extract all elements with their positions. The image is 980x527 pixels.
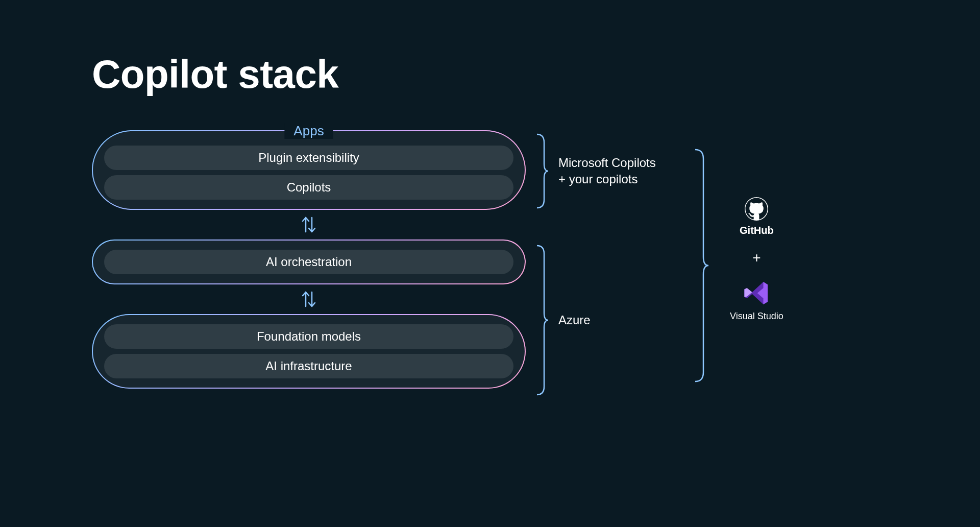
pill-ai-orchestration: AI orchestration	[104, 250, 513, 274]
bracket-copilots-label: Microsoft Copilots + your copilots	[558, 155, 656, 188]
stack-column: Apps Plugin extensibility Copilots AI or…	[92, 130, 526, 389]
bidirectional-arrow-icon	[92, 284, 526, 314]
bracket-icon	[694, 146, 709, 386]
pill-plugin-extensibility: Plugin extensibility	[104, 146, 513, 170]
bidirectional-arrow-icon	[92, 210, 526, 239]
bracket-azure: Azure	[536, 242, 591, 399]
bracket-azure-label: Azure	[558, 312, 591, 328]
plus-symbol: +	[752, 250, 761, 266]
pill-ai-infrastructure: AI infrastructure	[104, 354, 513, 378]
orchestration-block: AI orchestration	[92, 239, 526, 284]
apps-block: Apps Plugin extensibility Copilots	[92, 130, 526, 210]
pill-copilots: Copilots	[104, 175, 513, 200]
content-row: Apps Plugin extensibility Copilots AI or…	[92, 130, 888, 389]
tools-stack: GitHub + Visual Studio	[730, 197, 783, 322]
pill-foundation-models: Foundation models	[104, 324, 513, 349]
page-title: Copilot stack	[92, 51, 888, 98]
slide: Copilot stack Apps Plugin extensibility …	[0, 0, 980, 527]
visual-studio-item: Visual Studio	[730, 279, 783, 322]
github-label: GitHub	[740, 225, 774, 236]
visual-studio-label: Visual Studio	[730, 311, 783, 322]
brackets-column: Microsoft Copilots + your copilots Azure	[526, 130, 653, 389]
bracket-icon	[536, 130, 549, 212]
visual-studio-icon	[743, 279, 770, 307]
tools-column: GitHub + Visual Studio	[653, 130, 888, 389]
github-icon	[745, 197, 768, 221]
bracket-icon	[536, 242, 549, 399]
apps-block-label: Apps	[284, 123, 333, 139]
foundation-block: Foundation models AI infrastructure	[92, 314, 526, 389]
github-item: GitHub	[740, 197, 774, 236]
bracket-copilots: Microsoft Copilots + your copilots	[536, 130, 656, 212]
